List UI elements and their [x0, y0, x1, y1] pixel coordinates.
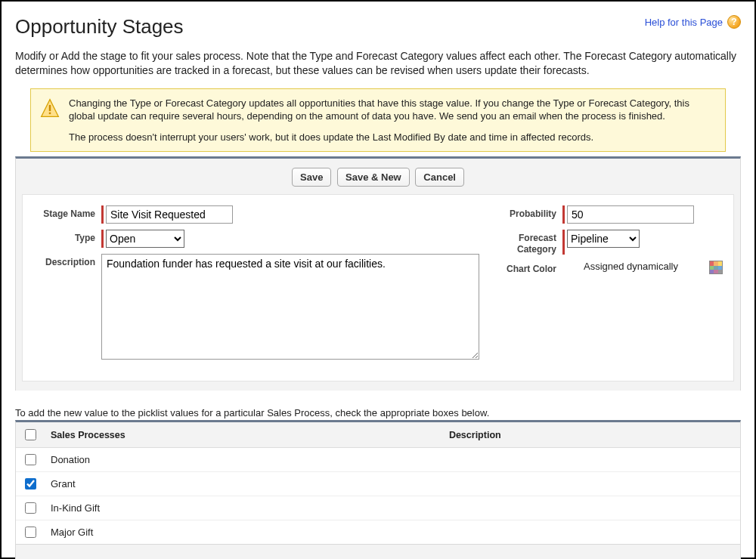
picklist-panel: Sales Processes Description Donation Gra… [15, 420, 741, 545]
type-label: Type [33, 230, 101, 243]
info-paragraph-2: The process doesn't interrupt your users… [69, 131, 716, 144]
chart-color-value: Assigned dynamically [562, 261, 709, 272]
table-row: In-Kind Gift [16, 496, 740, 520]
description-textarea[interactable] [101, 254, 479, 360]
row-desc [443, 496, 740, 520]
save-and-new-button[interactable]: Save & New [337, 168, 410, 187]
form-panel: Save Save & New Cancel Stage Name Type [15, 156, 741, 391]
probability-label: Probability [494, 205, 562, 219]
row-checkbox-major-gift[interactable] [25, 527, 36, 538]
required-bar [562, 230, 565, 255]
row-checkbox-in-kind-gift[interactable] [25, 502, 36, 514]
row-checkbox-grant[interactable] [25, 478, 36, 490]
row-name: Donation [45, 448, 443, 472]
row-name: Major Gift [45, 520, 443, 545]
required-bar [101, 205, 104, 224]
select-all-checkbox[interactable] [25, 429, 36, 440]
page-title: Opportunity Stages [15, 15, 184, 39]
intro-text: Modify or Add the stage to fit your sale… [15, 49, 741, 78]
svg-rect-2 [49, 112, 51, 113]
row-desc [443, 448, 740, 472]
warning-icon [40, 98, 60, 118]
row-name: Grant [45, 472, 443, 496]
forecast-category-label: Forecast Category [494, 230, 562, 255]
table-row: Grant [16, 472, 740, 496]
stage-name-input[interactable] [106, 205, 233, 224]
column-description: Description [443, 422, 740, 448]
button-row-bottom: Save Save & New Cancel [15, 545, 741, 559]
info-paragraph-1: Changing the Type or Forecast Category u… [69, 97, 716, 123]
row-name: In-Kind Gift [45, 496, 443, 520]
required-bar [562, 205, 565, 224]
help-for-page-link[interactable]: Help for this Page ? [645, 15, 741, 29]
help-label: Help for this Page [645, 17, 723, 28]
type-select[interactable]: Open [106, 230, 184, 248]
row-checkbox-donation[interactable] [25, 454, 36, 465]
required-bar [101, 230, 104, 248]
stage-name-label: Stage Name [33, 205, 101, 219]
table-row: Donation [16, 448, 740, 472]
row-desc [443, 472, 740, 496]
table-row: Major Gift [16, 520, 740, 545]
forecast-category-select[interactable]: Pipeline [567, 230, 640, 248]
svg-rect-1 [49, 105, 51, 111]
save-button[interactable]: Save [292, 168, 331, 187]
probability-input[interactable] [567, 205, 694, 224]
chart-color-label: Chart Color [494, 261, 562, 274]
description-label: Description [33, 254, 101, 267]
picklist-caption: To add the new value to the picklist val… [15, 407, 741, 418]
color-picker-icon[interactable] [709, 261, 723, 274]
help-icon: ? [727, 15, 741, 29]
row-desc [443, 520, 740, 545]
cancel-button[interactable]: Cancel [415, 168, 464, 187]
button-row-top: Save Save & New Cancel [22, 165, 734, 194]
column-sales-processes: Sales Processes [45, 422, 443, 448]
info-box: Changing the Type or Forecast Category u… [30, 88, 726, 153]
